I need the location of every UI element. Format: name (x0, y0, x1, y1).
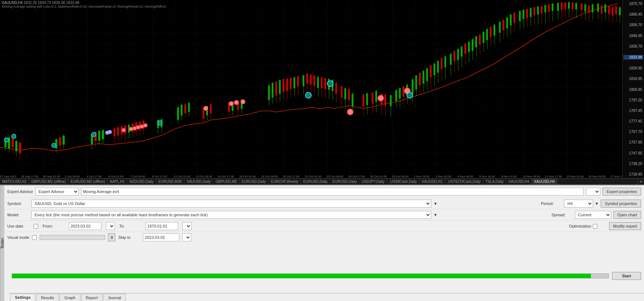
ea-file-input[interactable] (81, 188, 584, 196)
svg-rect-263 (568, 2, 570, 9)
tab-eurusd-daily-3[interactable]: EURUSD,Daily (330, 178, 359, 184)
spread-label: Spread: (552, 213, 573, 217)
tab-usdjpy-daily[interactable]: USDJPY,Daily (359, 178, 387, 184)
period-select[interactable]: H4 (564, 200, 593, 208)
open-chart-btn[interactable]: Open chart (613, 211, 641, 219)
spread-select[interactable]: Current (575, 211, 611, 219)
price-1797: 1797.20 (623, 98, 643, 102)
svg-text:25 Oct 09:00: 25 Oct 09:00 (327, 175, 343, 178)
svg-text:26 Oct 17:00: 26 Oct 17:00 (348, 175, 365, 178)
price-1777: 1777.45 (623, 119, 643, 123)
price-1757: 1757.95 (623, 140, 643, 144)
svg-text:1 Nov 16:00: 1 Nov 16:00 (414, 175, 430, 178)
current-price: 1833.98 (623, 55, 643, 60)
pause-btn[interactable]: ⏸ (108, 233, 115, 241)
svg-rect-241 (526, 9, 528, 18)
svg-rect-191 (430, 65, 432, 77)
price-1866: 1866.45 (623, 12, 643, 16)
tab-gbpusd-m2[interactable]: GBPUSD,M2 (offline) (29, 178, 68, 184)
model-select[interactable]: Every tick (the most precise method base… (31, 211, 431, 219)
tab-aapl-h1[interactable]: AAPL,H1 (108, 178, 127, 184)
svg-text:13 Oct 09:00: 13 Oct 09:00 (196, 175, 212, 178)
optimization-checkbox[interactable] (593, 224, 597, 229)
symbol-properties-btn[interactable]: Symbol properties (601, 200, 641, 208)
svg-text:9 Nov 01:00: 9 Nov 01:00 (501, 175, 517, 178)
svg-rect-277 (597, 4, 599, 12)
tab-xauusd-h1[interactable]: XAUUSD,H1 (420, 178, 445, 184)
svg-rect-171 (390, 95, 392, 106)
to-date-select[interactable] (183, 222, 192, 230)
start-button[interactable]: Start (612, 272, 641, 280)
tab-ustechcash[interactable]: .USTECHCash,Daily (445, 178, 483, 184)
visual-mode-checkbox[interactable] (32, 235, 37, 240)
tab-xauusd-daily[interactable]: XAUUSD,Daily (184, 178, 213, 184)
ea-type-select[interactable]: Expert Advisor (35, 188, 79, 196)
svg-rect-213 (472, 39, 473, 51)
symbol-select[interactable]: XAUUSD, Gold vs US Dollar (31, 200, 431, 208)
svg-rect-281 (604, 4, 606, 12)
svg-rect-57 (59, 137, 61, 145)
tab-eurusd-m30[interactable]: EURUSD,M30 (156, 178, 184, 184)
tab-graph[interactable]: Graph (60, 294, 80, 301)
tab-xauusd-h4-1[interactable]: XAUUSD,H4 (506, 178, 532, 184)
visual-row: Visual mode ⏸ Skip to (4, 232, 644, 243)
svg-rect-119 (279, 80, 281, 94)
from-date-select[interactable] (106, 222, 115, 230)
chart-header: XAUUSD,H4 1832.25 1834.73 1830.00 1833.9… (2, 1, 167, 8)
from-date-input[interactable] (69, 222, 101, 230)
tab-eurusd-m2[interactable]: EURUSD,M2 (offline) (68, 178, 108, 184)
svg-text:29 Oct 09:00: 29 Oct 09:00 (392, 175, 409, 178)
tab-eurusd-daily-2[interactable]: EURUSD,Daily (301, 178, 330, 184)
svg-rect-255 (552, 4, 553, 11)
svg-rect-271 (584, 4, 586, 12)
use-date-checkbox[interactable] (33, 224, 38, 229)
svg-rect-289 (619, 7, 621, 15)
svg-rect-245 (533, 7, 535, 15)
tab-eurchf-weekly[interactable]: EURCHF,Weekly (269, 178, 301, 184)
expert-properties-btn[interactable]: Expert properties (603, 188, 641, 196)
svg-rect-229 (503, 20, 504, 30)
svg-rect-267 (575, 3, 577, 9)
svg-rect-275 (592, 4, 593, 12)
tab-results[interactable]: Results (36, 294, 59, 301)
tab-xauusd-h4-2[interactable]: XAUUSD,H4 (532, 178, 557, 184)
svg-rect-165 (375, 91, 377, 102)
to-date-input[interactable] (145, 222, 178, 230)
tab-close-btn[interactable]: ✕ (637, 178, 644, 185)
svg-rect-59 (63, 136, 65, 145)
svg-rect-187 (423, 71, 424, 84)
tab-nzdusd-daily[interactable]: NZDUSD,Daily (127, 178, 156, 184)
tab-eurusd-daily-1[interactable]: EURUSD,Daily (240, 178, 269, 184)
tab-gbpusd-m5[interactable]: GBPUSD,M5 (213, 178, 240, 184)
tab-report[interactable]: Report (81, 294, 103, 301)
ea-file-select[interactable] (586, 188, 600, 196)
svg-rect-173 (395, 90, 397, 101)
svg-rect-93 (181, 105, 183, 116)
svg-point-309 (347, 109, 353, 115)
svg-rect-233 (510, 15, 512, 25)
tab-journal[interactable]: Journal (103, 294, 126, 301)
tab-tsla-daily[interactable]: TSLA,Daily (483, 178, 506, 184)
svg-rect-113 (268, 85, 270, 100)
skip-to-input[interactable] (143, 233, 179, 241)
svg-rect-201 (450, 54, 452, 65)
price-1718: 1718.45 (623, 172, 643, 176)
progress-fill (12, 274, 591, 278)
modify-expert-btn[interactable]: Modify expert (609, 222, 641, 230)
progress-bar-container: Start (9, 273, 644, 279)
tab-maticusd-h1[interactable]: MATICUSD,H1 (0, 178, 29, 184)
tab-us30cash[interactable]: .US30Cash,Daily (387, 178, 419, 184)
svg-rect-51 (15, 141, 17, 151)
svg-text:19 Oct 09:00: 19 Oct 09:00 (261, 175, 278, 178)
svg-rect-153 (344, 88, 346, 99)
tab-settings[interactable]: Settings (10, 294, 35, 301)
svg-rect-249 (541, 6, 543, 13)
svg-text:27 Sep 2021: 27 Sep 2021 (0, 175, 17, 178)
skip-to-select[interactable] (182, 233, 191, 241)
svg-point-295 (108, 130, 112, 134)
price-1836: 1836.70 (623, 44, 643, 48)
svg-point-297 (129, 127, 133, 131)
svg-rect-231 (506, 17, 508, 28)
svg-rect-235 (513, 13, 515, 23)
svg-text:5 Nov 16:00: 5 Nov 16:00 (479, 175, 495, 178)
